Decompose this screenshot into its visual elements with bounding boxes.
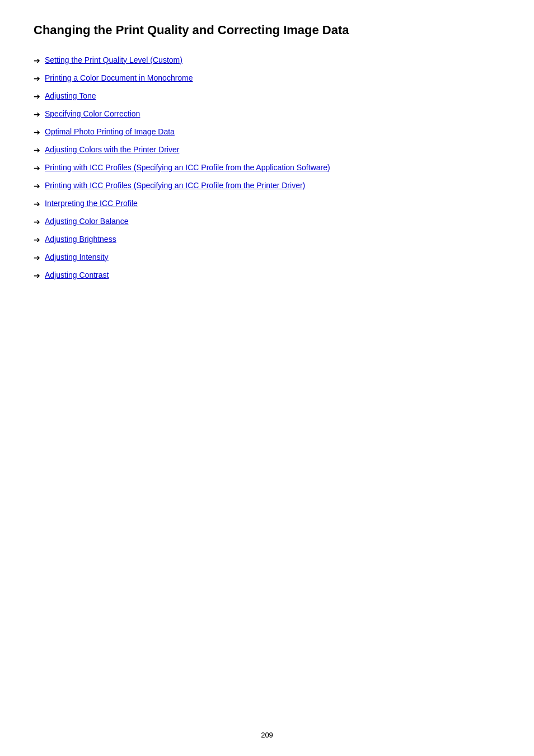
link-1[interactable]: Setting the Print Quality Level (Custom) xyxy=(45,54,182,66)
arrow-icon: ➔ xyxy=(34,73,40,85)
link-4[interactable]: Specifying Color Correction xyxy=(45,108,140,120)
arrow-icon: ➔ xyxy=(34,109,40,120)
page-title: Changing the Print Quality and Correctin… xyxy=(34,22,500,39)
link-13[interactable]: Adjusting Contrast xyxy=(45,269,109,281)
arrow-icon: ➔ xyxy=(34,91,40,102)
list-item: ➔Adjusting Color Balance xyxy=(34,216,500,228)
link-3[interactable]: Adjusting Tone xyxy=(45,90,96,102)
list-item: ➔Printing with ICC Profiles (Specifying … xyxy=(34,162,500,174)
link-12[interactable]: Adjusting Intensity xyxy=(45,251,109,263)
link-9[interactable]: Interpreting the ICC Profile xyxy=(45,198,138,209)
list-item: ➔Printing a Color Document in Monochrome xyxy=(34,72,500,85)
arrow-icon: ➔ xyxy=(34,180,40,192)
link-7[interactable]: Printing with ICC Profiles (Specifying a… xyxy=(45,162,330,174)
page-number: 209 xyxy=(261,731,273,739)
list-item: ➔Optimal Photo Printing of Image Data xyxy=(34,126,500,138)
link-10[interactable]: Adjusting Color Balance xyxy=(45,216,128,227)
arrow-icon: ➔ xyxy=(34,127,40,138)
list-item: ➔Specifying Color Correction xyxy=(34,108,500,120)
link-8[interactable]: Printing with ICC Profiles (Specifying a… xyxy=(45,180,305,192)
link-5[interactable]: Optimal Photo Printing of Image Data xyxy=(45,126,175,138)
arrow-icon: ➔ xyxy=(34,234,40,246)
list-item: ➔Interpreting the ICC Profile xyxy=(34,198,500,210)
link-11[interactable]: Adjusting Brightness xyxy=(45,234,116,245)
link-2[interactable]: Printing a Color Document in Monochrome xyxy=(45,72,193,84)
link-list: ➔Setting the Print Quality Level (Custom… xyxy=(34,54,500,282)
arrow-icon: ➔ xyxy=(34,198,40,210)
page-container: Changing the Print Quality and Correctin… xyxy=(0,0,534,321)
arrow-icon: ➔ xyxy=(34,252,40,264)
list-item: ➔Adjusting Tone xyxy=(34,90,500,102)
arrow-icon: ➔ xyxy=(34,162,40,174)
link-6[interactable]: Adjusting Colors with the Printer Driver xyxy=(45,144,179,156)
list-item: ➔Setting the Print Quality Level (Custom… xyxy=(34,54,500,67)
list-item: ➔Adjusting Brightness xyxy=(34,234,500,246)
arrow-icon: ➔ xyxy=(34,270,40,282)
list-item: ➔Adjusting Colors with the Printer Drive… xyxy=(34,144,500,156)
list-item: ➔Printing with ICC Profiles (Specifying … xyxy=(34,180,500,192)
list-item: ➔Adjusting Intensity xyxy=(34,251,500,264)
arrow-icon: ➔ xyxy=(34,55,40,67)
arrow-icon: ➔ xyxy=(34,216,40,228)
list-item: ➔Adjusting Contrast xyxy=(34,269,500,282)
arrow-icon: ➔ xyxy=(34,144,40,156)
